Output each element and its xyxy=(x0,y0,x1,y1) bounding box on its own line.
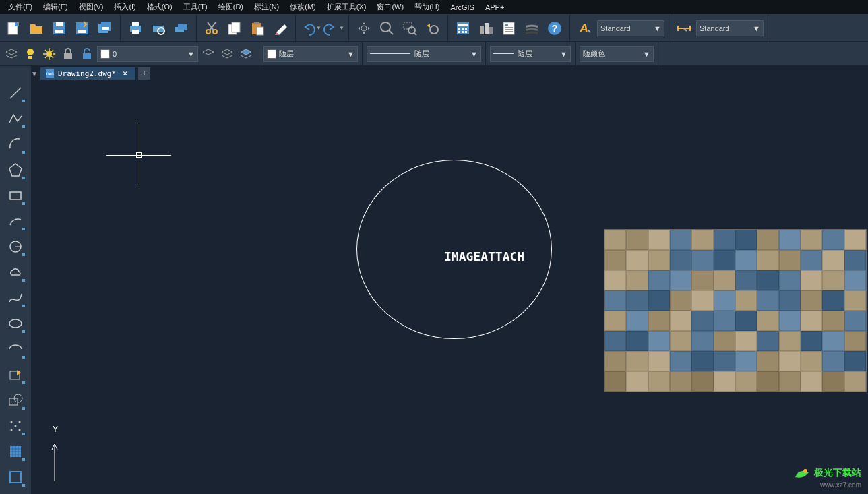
copy-button[interactable] xyxy=(224,18,245,39)
print-button[interactable] xyxy=(125,18,146,39)
menu-help[interactable]: 帮助(H) xyxy=(409,2,445,12)
menu-modify[interactable]: 修改(M) xyxy=(284,2,321,12)
layeriso-button[interactable] xyxy=(218,45,236,63)
toolbar-layers: 0 ▼ 随层 ▼ 随层 ▼ 随层 ▼ 随颜色 ▼ xyxy=(0,42,868,66)
polyline-tool[interactable] xyxy=(5,108,26,129)
undo-button[interactable]: ▼ xyxy=(300,18,321,39)
dimstyle-icon[interactable] xyxy=(673,18,695,39)
erase-button[interactable] xyxy=(270,18,291,39)
zoom-button[interactable] xyxy=(376,18,398,39)
gridcalc-button[interactable] xyxy=(452,18,474,39)
attached-image-object[interactable] xyxy=(604,229,867,392)
print-preview-button[interactable] xyxy=(148,18,169,39)
linetype-dropdown[interactable]: 随层 ▼ xyxy=(367,46,481,62)
saveall-button[interactable] xyxy=(94,18,116,39)
ellipse-tool[interactable] xyxy=(5,313,26,334)
point-tool[interactable] xyxy=(5,415,26,437)
svg-text:?: ? xyxy=(552,23,558,34)
ellipse-arc-tool[interactable] xyxy=(5,338,26,360)
insert-block-tool[interactable] xyxy=(5,364,26,385)
svg-rect-7 xyxy=(78,30,86,33)
hatch-tool[interactable] xyxy=(5,441,26,462)
arc-tool[interactable] xyxy=(5,133,26,155)
menu-appplus[interactable]: APP+ xyxy=(480,3,509,11)
menubar: 文件(F) 编辑(E) 视图(V) 插入(I) 格式(O) 工具(T) 绘图(D… xyxy=(0,0,868,15)
tab-add-button[interactable]: + xyxy=(138,67,150,80)
spline-tool[interactable] xyxy=(5,287,26,309)
layer-unlock-icon[interactable] xyxy=(78,45,96,63)
menu-file[interactable]: 文件(F) xyxy=(3,2,38,12)
redo-button[interactable]: ▼ xyxy=(323,18,344,39)
menu-dim[interactable]: 标注(N) xyxy=(249,2,284,12)
svg-point-55 xyxy=(9,319,22,328)
layer-on-icon[interactable] xyxy=(22,45,39,63)
color-dropdown[interactable]: 随层 ▼ xyxy=(264,46,358,62)
properties-button[interactable] xyxy=(498,18,520,39)
chevron-down-icon: ▼ xyxy=(654,24,661,32)
chevron-down-icon: ▼ xyxy=(753,24,760,32)
layer-freeze-icon[interactable] xyxy=(40,45,58,63)
textstyle-icon[interactable]: A xyxy=(574,18,596,39)
menu-ext[interactable]: 扩展工具(X) xyxy=(321,2,372,12)
layer-value: 0 xyxy=(113,50,117,58)
menu-insert[interactable]: 插入(I) xyxy=(108,2,141,12)
document-tab[interactable]: DWG Drawing2.dwg* × xyxy=(40,67,135,80)
layermgr-button[interactable] xyxy=(3,45,20,63)
tab-menu-icon[interactable]: ▼ xyxy=(31,70,38,78)
saveas-button[interactable] xyxy=(71,18,93,39)
svg-rect-17 xyxy=(178,24,187,30)
zoom-window-button[interactable] xyxy=(399,18,421,39)
zoom-prev-button[interactable] xyxy=(422,18,443,39)
region-tool[interactable] xyxy=(5,390,26,411)
pan-button[interactable] xyxy=(353,18,375,39)
canvas-text-object[interactable]: IMAGEATTACH xyxy=(444,249,524,264)
tab-label: Drawing2.dwg* xyxy=(58,69,116,78)
boundary-tool[interactable] xyxy=(5,466,26,488)
dimstyle-dropdown[interactable]: Standard ▼ xyxy=(696,20,764,36)
svg-rect-42 xyxy=(505,24,508,26)
new-button[interactable]: + xyxy=(3,18,24,39)
color-swatch xyxy=(267,49,276,59)
rectangle-tool[interactable] xyxy=(5,185,26,206)
drawing-canvas[interactable]: IMAGEATTACH Y 极光下载站 www.xz7.com xyxy=(31,81,868,494)
watermark-icon xyxy=(792,467,812,481)
polygon-tool[interactable] xyxy=(5,159,26,181)
tab-close-button[interactable]: × xyxy=(120,69,130,78)
layer-dropdown[interactable]: 0 ▼ xyxy=(97,46,198,62)
menu-edit[interactable]: 编辑(E) xyxy=(38,2,73,12)
sheets-button[interactable] xyxy=(521,18,542,39)
menu-window[interactable]: 窗口(W) xyxy=(371,2,409,12)
arc2-tool[interactable] xyxy=(5,210,26,232)
menu-arcgis[interactable]: ArcGIS xyxy=(445,3,479,11)
svg-rect-36 xyxy=(462,31,464,33)
svg-rect-52 xyxy=(83,53,91,59)
paste-button[interactable] xyxy=(247,18,268,39)
document-tabs: ▼ DWG Drawing2.dwg* × + xyxy=(0,66,868,81)
ucs-y-label: Y xyxy=(53,425,58,434)
svg-rect-35 xyxy=(458,31,460,33)
plotstyle-dropdown[interactable]: 随颜色 ▼ xyxy=(580,46,654,62)
help-button[interactable]: ? xyxy=(544,18,565,39)
line-tool[interactable] xyxy=(5,82,26,104)
svg-text:DWG: DWG xyxy=(46,71,54,76)
open-button[interactable] xyxy=(26,18,47,39)
lineweight-dropdown[interactable]: 随层 ▼ xyxy=(490,46,571,62)
cloud-tool[interactable] xyxy=(5,261,26,283)
circle-tool[interactable] xyxy=(5,236,26,257)
svg-point-49 xyxy=(27,49,34,55)
menu-draw[interactable]: 绘图(D) xyxy=(213,2,249,12)
save-button[interactable] xyxy=(49,18,70,39)
cut-button[interactable] xyxy=(201,18,222,39)
svg-rect-45 xyxy=(505,31,513,32)
textstyle-dropdown[interactable]: Standard ▼ xyxy=(597,20,664,36)
menu-view[interactable]: 视图(V) xyxy=(73,2,109,12)
batch-print-button[interactable] xyxy=(170,18,192,39)
menu-tools[interactable]: 工具(T) xyxy=(178,2,213,12)
ucs-indicator: Y xyxy=(44,424,71,487)
menu-format[interactable]: 格式(O) xyxy=(142,2,178,12)
layerstate-button[interactable] xyxy=(237,45,255,63)
layer-lock-icon[interactable] xyxy=(59,45,77,63)
svg-point-29 xyxy=(430,26,438,34)
layerprev-button[interactable] xyxy=(199,45,217,63)
buildings-button[interactable] xyxy=(475,18,497,39)
